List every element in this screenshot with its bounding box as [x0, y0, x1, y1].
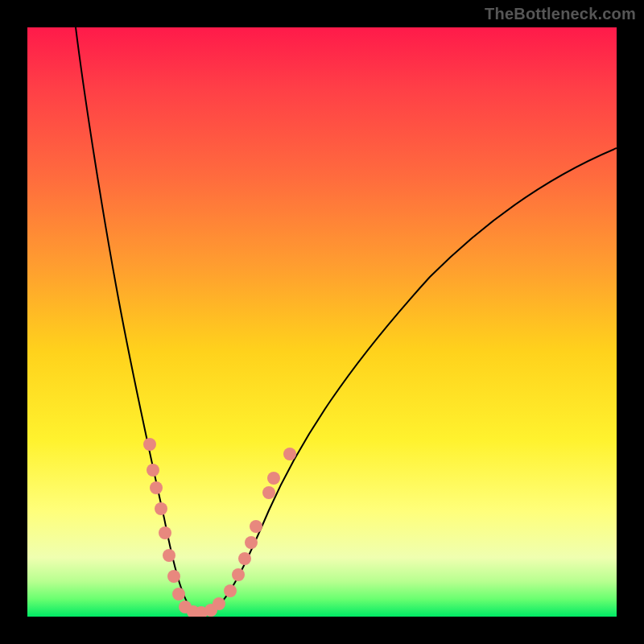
marker-dot [224, 584, 237, 597]
bottleneck-curve [76, 27, 617, 614]
chart-frame: TheBottleneck.com [0, 0, 644, 644]
marker-dot [283, 448, 296, 460]
marker-dot [238, 552, 251, 565]
marker-dot [213, 597, 225, 610]
curve-layer [27, 27, 617, 617]
marker-dot [250, 520, 262, 533]
marker-dot [167, 570, 180, 583]
marker-dot [232, 568, 245, 581]
marker-dot [172, 588, 185, 601]
marker-dot [163, 549, 175, 562]
marker-dot [147, 464, 159, 477]
marker-dot [245, 536, 258, 549]
marker-dot [150, 481, 163, 494]
marker-dot [159, 526, 171, 539]
marker-dot [155, 502, 167, 515]
marker-dot [143, 438, 156, 451]
marker-dot [262, 486, 275, 499]
marker-group [143, 438, 296, 617]
watermark-text: TheBottleneck.com [485, 5, 636, 23]
marker-dot [267, 472, 280, 485]
plot-area [27, 27, 617, 617]
